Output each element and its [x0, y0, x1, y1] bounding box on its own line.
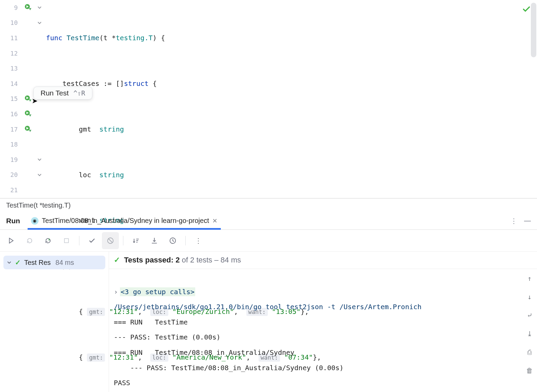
expand-chevron-icon[interactable]: › [114, 288, 118, 296]
scroll-up-icon[interactable]: ↑ [524, 273, 535, 284]
rerun-icon[interactable] [3, 232, 20, 249]
tooltip-shortcut: ^⇧R [74, 89, 85, 97]
tests-summary: ✓ Tests passed: 2 of 2 tests – 84 ms [109, 252, 537, 269]
fold-chevron-icon[interactable] [37, 157, 42, 162]
rerun-failed-icon[interactable] [40, 232, 57, 249]
console-side-actions: ↑ ↓ ⤶ ⤓ ⎙ 🗑 [524, 273, 535, 376]
fold-chevron-icon[interactable] [37, 20, 42, 25]
run-config-tab[interactable]: ◉ TestTime/08:08_in_Australia/Sydney in … [28, 212, 221, 229]
history-icon[interactable] [164, 232, 181, 249]
sort-icon[interactable] [127, 232, 144, 249]
fold-chevron-icon[interactable] [37, 172, 42, 177]
code-editor[interactable]: 9 10 11 12 13 14 15 16 17 18 19 20 21 fu… [0, 0, 537, 198]
code-content[interactable]: func TestTime(t *testing.T) { testCases … [46, 0, 537, 198]
stop-icon[interactable] [58, 232, 75, 249]
tooltip-label: Run Test [41, 89, 69, 97]
pass-check-icon: ✓ [15, 258, 21, 267]
fold-chevron-icon[interactable] [37, 5, 42, 10]
results-area: ✓ Test Res 84 ms ✓ Tests passed: 2 of 2 … [0, 252, 537, 392]
run-toolbar: ⋮ [0, 230, 537, 252]
run-test-gutter-icon[interactable] [25, 125, 32, 133]
run-panel-title: Run [6, 217, 20, 225]
more-icon[interactable]: ⋮ [510, 217, 517, 225]
minimize-icon[interactable]: — [524, 217, 531, 225]
scrollbar[interactable] [531, 3, 536, 57]
go-icon: ◉ [31, 217, 39, 225]
soft-wrap-icon[interactable]: ⤶ [524, 310, 535, 321]
console-output[interactable]: ›<3 go setup calls> /Users/jetbrains/sdk… [109, 269, 537, 392]
test-root-item[interactable]: ✓ Test Res 84 ms [3, 256, 105, 269]
more-toolbar-icon[interactable]: ⋮ [190, 232, 207, 249]
close-tab-icon[interactable]: ✕ [212, 217, 217, 225]
show-passed-icon[interactable] [83, 232, 101, 249]
scroll-to-end-icon[interactable]: ⤓ [524, 328, 535, 339]
chevron-down-icon[interactable] [7, 259, 12, 267]
scroll-down-icon[interactable]: ↓ [524, 291, 535, 302]
analysis-ok-icon[interactable] [522, 5, 531, 15]
line-number: 9 [0, 4, 22, 11]
run-test-gutter-icon[interactable] [25, 4, 32, 11]
run-test-tooltip[interactable]: Run Test ^⇧R [33, 87, 92, 100]
restart-icon[interactable] [21, 232, 38, 249]
run-test-gutter-icon[interactable] [25, 95, 32, 103]
show-ignored-icon[interactable] [102, 232, 119, 249]
print-icon[interactable]: ⎙ [524, 347, 535, 358]
clear-icon[interactable]: 🗑 [524, 365, 535, 376]
run-panel-header: Run ◉ TestTime/08:08_in_Australia/Sydney… [0, 212, 537, 230]
import-icon[interactable] [146, 232, 163, 249]
run-tool-window: Run ◉ TestTime/08:08_in_Australia/Sydney… [0, 212, 537, 392]
test-tree[interactable]: ✓ Test Res 84 ms [0, 252, 109, 392]
pass-check-icon: ✓ [114, 256, 120, 265]
run-test-gutter-icon[interactable] [25, 110, 32, 118]
svg-rect-4 [64, 239, 68, 243]
